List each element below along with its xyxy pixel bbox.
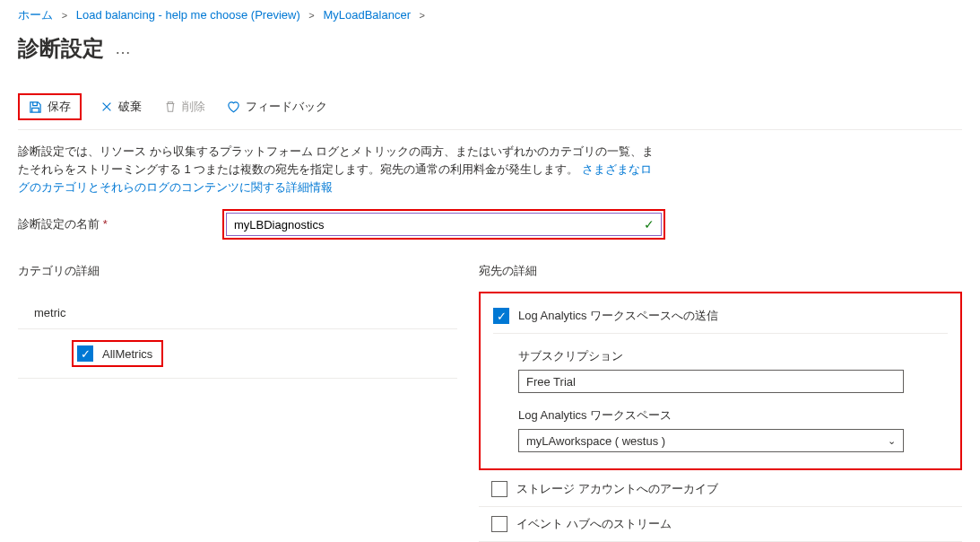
toolbar: 保存 破棄 削除 フィードバック [18,88,962,130]
subscription-label: サブスクリプション [518,348,948,364]
description-text: 診断設定では、リソース から収集するプラットフォーム ログとメトリックの両方、ま… [18,143,663,197]
chevron-right-icon: > [420,10,425,21]
breadcrumb-home[interactable]: ホーム [18,8,53,22]
save-button[interactable]: 保存 [25,97,74,117]
send-to-log-analytics-checkbox[interactable] [493,308,509,324]
more-actions-button[interactable]: … [115,39,133,58]
subscription-value: Free Trial [526,375,576,389]
workspace-label: Log Analytics ワークスペース [518,407,948,424]
destination-details-header: 宛先の詳細 [479,263,962,279]
log-analytics-panel: Log Analytics ワークスペースへの送信 サブスクリプション Free… [479,292,962,470]
close-icon [100,101,113,114]
breadcrumb: ホーム > Load balancing - help me choose (P… [18,7,962,23]
chevron-right-icon: > [308,10,314,21]
event-hub-checkbox[interactable] [491,516,507,532]
save-icon [29,101,42,114]
archive-storage-checkbox[interactable] [491,481,507,497]
discard-button-label: 破棄 [118,99,142,115]
save-button-label: 保存 [48,99,71,115]
breadcrumb-item-2[interactable]: MyLoadBalancer [323,8,411,22]
event-hub-label: イベント ハブへのストリーム [516,516,672,532]
chevron-down-icon: ⌄ [888,435,896,447]
diagnostic-name-input[interactable] [226,213,662,236]
send-to-log-analytics-label: Log Analytics ワークスペースへの送信 [518,308,718,324]
archive-storage-label: ストレージ アカウントへのアーカイブ [516,481,718,497]
discard-button[interactable]: 破棄 [96,97,145,117]
feedback-button-label: フィードバック [246,99,327,115]
subscription-input[interactable]: Free Trial [518,370,904,393]
other-destinations: ストレージ アカウントへのアーカイブ イベント ハブへのストリーム パートナー … [479,472,962,542]
allmetrics-checkbox[interactable] [77,345,93,362]
heart-icon [227,101,240,114]
name-label: 診断設定の名前 * [18,216,212,232]
trash-icon [163,101,177,114]
valid-check-icon: ✓ [644,217,655,232]
page-title: 診断設定 [18,34,104,63]
chevron-right-icon: > [62,10,67,21]
delete-button: 削除 [160,97,209,117]
workspace-select[interactable]: myLAworkspace ( westus ) ⌄ [518,429,904,452]
breadcrumb-item-1[interactable]: Load balancing - help me choose (Preview… [76,8,300,22]
feedback-button[interactable]: フィードバック [223,97,331,117]
allmetrics-label: AllMetrics [102,347,152,361]
workspace-value: myLAworkspace ( westus ) [526,434,665,448]
category-details-header: カテゴリの詳細 [18,263,457,279]
category-group-metric: metric [18,297,457,328]
delete-button-label: 削除 [182,99,205,115]
description-body: 診断設定では、リソース から収集するプラットフォーム ログとメトリックの両方、ま… [18,144,654,176]
